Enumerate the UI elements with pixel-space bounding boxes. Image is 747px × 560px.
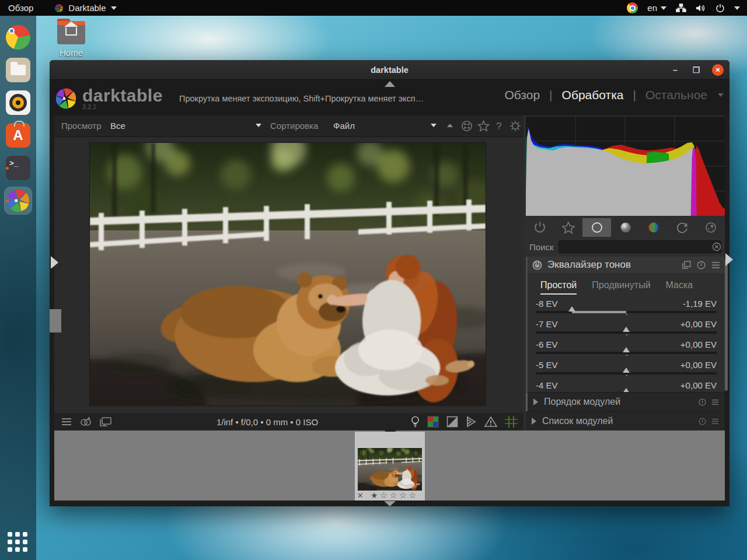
view-tab-other[interactable]: Остальное: [645, 88, 707, 102]
folder-icon: [57, 22, 85, 44]
app-menu[interactable]: Darktable: [54, 3, 116, 13]
overexposure-warning-icon[interactable]: [446, 416, 458, 428]
zoomable-lighttable-icon[interactable]: [461, 120, 473, 132]
favorites-icon[interactable]: [554, 218, 583, 237]
darkroom-canvas[interactable]: [54, 137, 523, 413]
home-icon-glyph: [65, 27, 77, 36]
dock-item-ubuntu-software[interactable]: A: [5, 122, 32, 149]
filmstrip-options-icon[interactable]: [61, 418, 72, 426]
slider-minus5ev[interactable]: -5 EV+0,00 EV: [528, 358, 725, 379]
sort-ascending-icon[interactable]: [447, 124, 453, 127]
multi-instance-icon[interactable]: [682, 261, 691, 269]
star-filter-icon[interactable]: [477, 120, 490, 132]
ubuntu-software-icon: A: [6, 123, 30, 148]
slider-track[interactable]: [536, 352, 717, 354]
second-window-icon[interactable]: [100, 417, 111, 427]
close-button[interactable]: ×: [712, 64, 724, 76]
volume-icon[interactable]: [696, 4, 706, 13]
section-module-list[interactable]: Список модулей: [526, 411, 725, 430]
window-titlebar[interactable]: darktable – ❐ ×: [50, 60, 729, 80]
presets-menu-icon[interactable]: [711, 399, 719, 405]
language-indicator[interactable]: en: [647, 3, 666, 13]
tone-group-icon[interactable]: [611, 218, 640, 237]
color-assessment-icon[interactable]: [80, 416, 92, 427]
tab-simple[interactable]: Простой: [540, 280, 577, 295]
dock-item-chrome[interactable]: [5, 24, 32, 51]
home-folder-label: Home: [55, 48, 88, 58]
slider-track[interactable]: [536, 311, 717, 313]
filmstrip[interactable]: ✕ ★ ☆ ☆ ☆ ☆: [54, 430, 725, 501]
maximize-button[interactable]: ❐: [691, 65, 701, 75]
power-icon[interactable]: [715, 4, 725, 13]
slider-minus8ev[interactable]: -8 EV-1,19 EV: [528, 297, 725, 317]
right-panel: Поиск Эквалайзер тонов: [523, 116, 725, 430]
view-tab-lighttable[interactable]: Обзор: [504, 88, 540, 102]
view-filter-value[interactable]: Все: [110, 121, 125, 131]
filmstrip-thumbnail-selected[interactable]: ✕ ★ ☆ ☆ ☆ ☆: [355, 432, 425, 501]
slider-minus7ev[interactable]: -7 EV+0,00 EV: [528, 317, 725, 338]
minimize-button[interactable]: –: [670, 65, 680, 75]
tab-advanced[interactable]: Продвинутый: [592, 280, 650, 295]
chevron-down-icon[interactable]: [734, 6, 740, 10]
correction-group-icon[interactable]: [668, 218, 697, 237]
dock-item-darktable[interactable]: [5, 187, 32, 214]
slider-handle[interactable]: [623, 327, 630, 332]
guides-grid-icon[interactable]: [505, 416, 518, 428]
section-module-order[interactable]: Порядок модулей: [526, 392, 725, 411]
left-panel-expand-handle[interactable]: [51, 256, 58, 269]
view-filter-label: Просмотр: [61, 121, 102, 131]
slider-track[interactable]: [536, 331, 717, 334]
slider-handle[interactable]: [623, 368, 630, 373]
slider-track[interactable]: [536, 372, 717, 374]
module-power-icon[interactable]: [532, 260, 542, 270]
slider-handle[interactable]: [623, 388, 630, 392]
help-icon[interactable]: ?: [496, 121, 501, 132]
clear-search-icon[interactable]: [712, 242, 721, 251]
reset-parameters-icon[interactable]: [697, 261, 706, 270]
raw-overexposure-icon[interactable]: [427, 416, 439, 428]
slider-label: -4 EV: [536, 380, 558, 390]
top-panel-handle[interactable]: [385, 81, 395, 87]
slider-handle[interactable]: [623, 347, 630, 352]
sort-value[interactable]: Файл: [333, 121, 355, 131]
dock-item-rhythmbox[interactable]: [5, 89, 32, 116]
iso12646-lamp-icon[interactable]: [411, 416, 420, 428]
dock: A >_: [0, 16, 36, 560]
softproof-icon[interactable]: [466, 416, 477, 428]
preferences-gear-icon[interactable]: [509, 120, 521, 132]
show-applications-button[interactable]: [8, 532, 29, 553]
chevron-down-icon[interactable]: [431, 124, 437, 127]
histogram[interactable]: [526, 117, 725, 216]
dock-item-files[interactable]: [5, 57, 32, 83]
bottom-panel-handle[interactable]: [384, 501, 396, 506]
gamut-warning-icon[interactable]: [484, 416, 497, 428]
darktable-logo: [54, 87, 78, 110]
reject-icon[interactable]: ✕: [357, 491, 364, 500]
presets-menu-icon[interactable]: [711, 418, 719, 425]
search-input[interactable]: [558, 240, 721, 253]
module-header[interactable]: Эквалайзер тонов: [528, 257, 725, 273]
view-tab-darkroom[interactable]: Обработка: [562, 88, 624, 102]
slider-handle[interactable]: [568, 306, 575, 312]
chevron-down-icon[interactable]: [256, 124, 261, 127]
chrome-status-icon[interactable]: [627, 2, 638, 13]
color-group-icon[interactable]: [640, 218, 668, 237]
basic-group-icon[interactable]: [582, 218, 611, 237]
right-panel-collapse-handle[interactable]: [725, 253, 733, 266]
home-folder-shortcut[interactable]: Home: [55, 22, 88, 58]
effects-group-icon[interactable]: [696, 218, 725, 237]
activities-button[interactable]: Обзор: [8, 3, 33, 13]
darktable-window: darktable – ❐ × darktable 3.2.1 Прокрутк…: [50, 60, 729, 506]
tab-mask[interactable]: Маска: [666, 280, 693, 295]
reset-parameters-icon[interactable]: [699, 418, 706, 425]
active-modules-icon[interactable]: [526, 218, 554, 237]
dock-item-terminal[interactable]: >_: [5, 155, 32, 181]
star-rating[interactable]: ★ ☆ ☆ ☆ ☆: [371, 491, 416, 500]
chevron-down-icon[interactable]: [718, 93, 724, 97]
network-icon[interactable]: [676, 4, 686, 13]
slider-minus6ev[interactable]: -6 EV+0,00 EV: [528, 338, 725, 358]
slider-minus4ev[interactable]: -4 EV+0,00 EV: [528, 379, 725, 392]
reset-parameters-icon[interactable]: [699, 398, 706, 406]
presets-menu-icon[interactable]: [711, 261, 720, 269]
panel-scrollbar[interactable]: [725, 259, 728, 391]
